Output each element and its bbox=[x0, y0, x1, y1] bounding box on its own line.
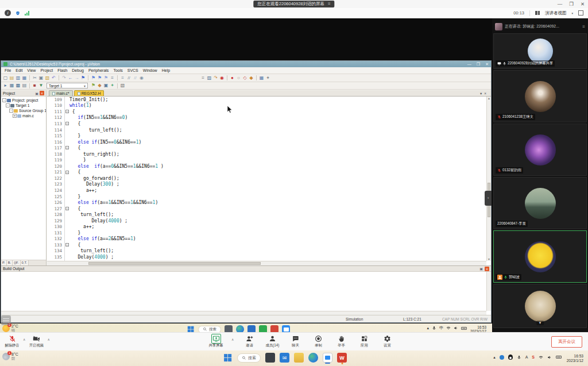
breakpoint-icon[interactable]: ● bbox=[229, 75, 235, 81]
fold-gutter[interactable] bbox=[64, 199, 69, 206]
wrench-icon[interactable]: ✦ bbox=[265, 75, 271, 81]
tree-expand-icon[interactable]: - bbox=[9, 109, 13, 113]
wps-cloud-icon[interactable]: S bbox=[532, 355, 535, 359]
share-screen-button[interactable]: 共享屏幕 bbox=[208, 334, 223, 348]
menu-flash[interactable]: Flash bbox=[55, 68, 69, 72]
fold-gutter[interactable] bbox=[64, 182, 69, 188]
leave-meeting-button[interactable]: 离开会议 bbox=[551, 336, 582, 348]
fold-gutter[interactable] bbox=[64, 224, 69, 230]
weather-widget[interactable]: 1 8°C阴 bbox=[2, 352, 18, 360]
fold-gutter[interactable]: − bbox=[64, 121, 69, 127]
tree-item-source-group-1[interactable]: -Source Group 1 bbox=[2, 108, 46, 113]
taskbar-search-input[interactable]: 搜索 bbox=[237, 353, 261, 363]
open-file-icon[interactable]: ▤ bbox=[9, 75, 15, 81]
undo-icon[interactable]: ↶ bbox=[51, 75, 57, 81]
fold-gutter[interactable] bbox=[64, 211, 69, 218]
pack-installer-icon[interactable]: ▧ bbox=[119, 83, 126, 88]
pin-icon[interactable]: ▣ bbox=[35, 91, 38, 95]
paste-icon[interactable]: ▧ bbox=[44, 75, 51, 81]
fold-gutter[interactable] bbox=[64, 218, 69, 224]
fullscreen-icon[interactable] bbox=[578, 10, 583, 16]
tree-expand-icon[interactable]: - bbox=[6, 103, 10, 107]
fold-gutter[interactable]: − bbox=[64, 145, 69, 151]
fold-gutter[interactable] bbox=[64, 127, 69, 133]
menu-debug[interactable]: Debug bbox=[69, 68, 86, 72]
build-icon[interactable]: ▦ bbox=[9, 83, 15, 88]
participant-tile[interactable]: 0132翟韵雨 bbox=[493, 124, 587, 176]
manage-rte-icon[interactable]: ✦ bbox=[109, 83, 115, 88]
menu-view[interactable]: View bbox=[25, 68, 38, 72]
indent-left-icon[interactable]: ≡ bbox=[109, 75, 115, 81]
apps-button[interactable]: 应用 bbox=[357, 334, 372, 348]
fold-collapse-icon[interactable]: − bbox=[65, 122, 69, 125]
build-output-close-icon[interactable]: x bbox=[485, 267, 489, 271]
fold-gutter[interactable]: − bbox=[64, 206, 69, 212]
battery-icon[interactable] bbox=[461, 327, 467, 330]
start-video-button[interactable]: 开启视频 bbox=[29, 334, 44, 348]
save-icon[interactable]: ▥ bbox=[15, 75, 21, 81]
fold-gutter[interactable] bbox=[64, 151, 69, 157]
tree-expand-icon[interactable]: - bbox=[2, 98, 6, 102]
fold-collapse-icon[interactable]: − bbox=[65, 243, 69, 246]
meeting-taskbar-icon[interactable] bbox=[323, 353, 332, 363]
system-clock[interactable]: 16:53 2023/1/12 bbox=[567, 354, 583, 363]
manage-items-icon[interactable]: ▣ bbox=[103, 83, 109, 88]
project-panel-close-icon[interactable]: x bbox=[40, 91, 44, 95]
chevron-up-icon[interactable]: ▴ bbox=[427, 326, 429, 330]
chevron-up-icon[interactable]: ∧ bbox=[47, 337, 49, 341]
copy-icon[interactable]: ▣ bbox=[38, 75, 44, 81]
fold-gutter[interactable] bbox=[64, 254, 69, 260]
menu-peripherals[interactable]: Peripherals bbox=[86, 68, 111, 72]
tree-item-main-c[interactable]: +main.c bbox=[2, 113, 46, 118]
keil-close-button[interactable]: ✕ bbox=[485, 62, 489, 67]
keil-titlebar[interactable]: C:\Users\12612\Desktop\c51\T\project.uvp… bbox=[1, 61, 491, 67]
configure-icon[interactable]: ≡ bbox=[200, 75, 206, 81]
minimize-button[interactable]: — bbox=[558, 1, 563, 7]
find-in-files-icon[interactable]: ▨ bbox=[206, 75, 212, 81]
qq-icon[interactable] bbox=[508, 355, 513, 360]
participant-tile[interactable]: 2106041238王继文 bbox=[493, 70, 587, 122]
chat-button[interactable]: 聊天 bbox=[288, 334, 303, 348]
fold-gutter[interactable] bbox=[64, 236, 69, 242]
settings-button[interactable]: 设置 bbox=[380, 334, 394, 348]
batch-build-icon[interactable]: ▤ bbox=[21, 83, 28, 88]
weather-widget[interactable]: 1 2°C晴 bbox=[2, 324, 18, 332]
stop-build-icon[interactable]: ■ bbox=[32, 83, 38, 88]
mic-icon[interactable] bbox=[432, 326, 436, 330]
menu-svcs[interactable]: SVCS bbox=[125, 68, 141, 72]
fold-gutter[interactable] bbox=[64, 194, 69, 200]
fold-gutter[interactable]: − bbox=[64, 169, 69, 176]
ime-icon[interactable]: 中 bbox=[439, 325, 443, 331]
build-output-content[interactable] bbox=[1, 272, 486, 311]
record-button[interactable]: 录制 bbox=[311, 334, 326, 348]
tab-regx52-h[interactable]: REGX52.H bbox=[74, 90, 105, 96]
editor-horizontal-scrollbar[interactable] bbox=[47, 261, 486, 265]
fold-collapse-icon[interactable]: − bbox=[65, 207, 69, 210]
options-for-target-icon[interactable]: ◆ bbox=[96, 83, 103, 88]
bookmark-toggle-icon[interactable]: ⚑ bbox=[80, 75, 86, 81]
chevron-up-icon[interactable]: ∧ bbox=[231, 337, 234, 341]
nav-forward-icon[interactable]: → bbox=[74, 75, 80, 81]
code-area[interactable]: 109Timer0_Init();110while(1)111− {112 if… bbox=[47, 97, 486, 261]
fold-gutter[interactable] bbox=[64, 97, 69, 103]
translate-icon[interactable]: ▸ bbox=[2, 83, 9, 88]
find-icon[interactable]: ◉ bbox=[219, 75, 225, 81]
watching-banner[interactable]: 您正在观看2206040928刘诏的屏幕 ≡ bbox=[253, 1, 334, 7]
pin-icon[interactable]: ▣ bbox=[479, 267, 483, 271]
incremental-find-icon[interactable]: ↷ bbox=[212, 75, 219, 81]
chevron-up-icon[interactable]: ▴ bbox=[493, 355, 496, 360]
find-text-icon[interactable]: ◉ bbox=[138, 75, 145, 81]
build-output-hscrollbar[interactable] bbox=[1, 311, 486, 315]
cut-icon[interactable]: ✂ bbox=[32, 75, 38, 81]
file-explorer-taskbar-icon[interactable] bbox=[265, 353, 275, 363]
fold-gutter[interactable] bbox=[64, 103, 69, 109]
menu-project[interactable]: Project bbox=[38, 68, 55, 72]
bookmark-next-icon[interactable]: ⚑ bbox=[96, 75, 103, 81]
memory-window-icon[interactable]: ▦ bbox=[258, 75, 265, 81]
fold-gutter[interactable] bbox=[64, 139, 69, 145]
editor-vertical-scrollbar[interactable]: ▲▼ bbox=[486, 97, 491, 261]
maximize-button[interactable]: ❐ bbox=[569, 1, 574, 7]
wps-taskbar-icon[interactable]: W bbox=[337, 353, 347, 363]
view-mode-dropdown-icon[interactable]: ▾ bbox=[571, 11, 573, 15]
build-output-vscrollbar[interactable] bbox=[486, 272, 491, 311]
